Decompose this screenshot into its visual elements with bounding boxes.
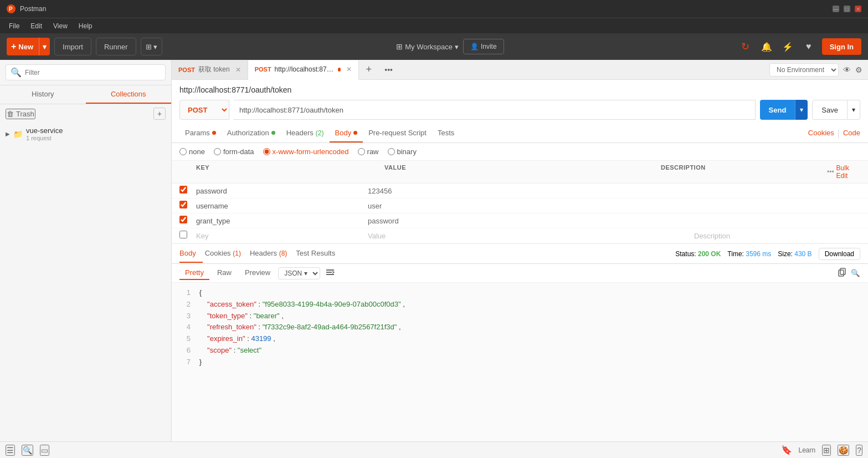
time-value: 3596 ms [746,250,771,258]
resp-body-tab-pretty[interactable]: Pretty [179,266,209,280]
tab-tests[interactable]: Tests [432,124,460,143]
svg-rect-4 [326,274,334,275]
learn-link[interactable]: Learn [799,446,816,454]
url-input[interactable] [234,100,756,120]
menu-file[interactable]: File [4,21,24,31]
row-value: 123456 [368,187,694,195]
more-tabs-button[interactable]: ••• [379,65,399,74]
close-button[interactable]: ✕ [855,6,861,12]
resp-tab-body[interactable]: Body [179,245,203,263]
minimize-button[interactable]: — [833,6,839,12]
new-button[interactable]: + New ▾ [7,38,50,55]
collection-name: vue-service [26,126,63,135]
send-button[interactable]: Send [760,100,795,120]
tab-collections[interactable]: Collections [86,85,172,104]
copy-button[interactable] [838,268,846,278]
method-select[interactable]: POST [179,100,229,120]
radio-none[interactable]: none [179,147,205,156]
close-icon[interactable]: ✕ [235,66,241,74]
row-checkbox[interactable] [179,201,187,208]
toolbar: + New ▾ Import Runner ⊞ ▾ ⊞ My Workspace… [0,33,868,60]
list-item[interactable]: ▶ 📁 vue-service 1 request [0,123,171,145]
format-select[interactable]: JSON ▾ [278,267,320,279]
menubar: File Edit View Help [0,18,868,33]
notifications-button[interactable]: 🔔 [759,39,774,54]
row-checkbox[interactable] [179,186,187,194]
tab-active[interactable]: POST http://localhost:8771/oauth/tok ✕ [248,60,359,80]
resp-tab-cookies[interactable]: Cookies (1) [205,245,248,263]
search-input-wrap: 🔍 [6,64,166,80]
params-table: KEY VALUE DESCRIPTION ••• Bulk Edit pass… [172,160,868,243]
radio-urlencoded[interactable]: x-www-form-urlencoded [263,147,349,156]
response-body-content: 1 { 2 "access_token" : "f95e8033-4199-4b… [172,283,868,441]
import-button[interactable]: Import [54,38,91,55]
close-icon[interactable]: ✕ [346,65,352,73]
sidebar-tabs: History Collections [0,85,171,104]
row-checkbox[interactable] [179,216,187,223]
menu-view[interactable]: View [49,21,72,31]
search-input[interactable] [25,69,161,77]
tab-authorization[interactable]: Authorization [222,124,281,143]
tab-inactive[interactable]: POST 获取 token ✕ [172,60,248,79]
environment-select[interactable]: No Environment [769,63,839,77]
tabs-right: No Environment 👁 ⚙ [769,63,868,77]
save-button[interactable]: Save [812,100,848,120]
layout-button[interactable]: ⊞ [822,445,831,456]
send-dropdown-button[interactable]: ▾ [795,100,808,120]
add-folder-button[interactable]: + [153,108,166,120]
bulk-edit-button[interactable]: ••• Bulk Edit [827,164,860,180]
resp-tab-headers[interactable]: Headers (8) [250,245,294,263]
svg-rect-2 [326,269,334,271]
heart-button[interactable]: ♥ [801,39,816,54]
radio-form-data[interactable]: form-data [214,147,254,156]
tab-history[interactable]: History [0,85,86,104]
console-button[interactable]: ▭ [40,445,49,456]
add-tab-button[interactable]: + [359,64,379,75]
row-description-placeholder[interactable]: Description [694,232,860,240]
tab-headers[interactable]: Headers (2) [281,124,330,143]
tab-body[interactable]: Body [330,124,363,143]
menu-help[interactable]: Help [74,21,97,31]
resp-body-tab-preview[interactable]: Preview [239,266,276,280]
search-bottom-button[interactable]: 🔍 [22,445,33,456]
eye-icon[interactable]: 👁 [843,65,851,74]
method-label: POST [178,67,195,73]
trash-button[interactable]: 🗑 Trash [6,109,35,119]
invite-button[interactable]: 👤 Invite [463,39,504,54]
cookies-link[interactable]: Cookies [808,129,834,139]
radio-binary[interactable]: binary [388,147,417,156]
resp-tab-test-results[interactable]: Test Results [296,245,342,263]
toolbar-right: ↻ 🔔 ⚡ ♥ Sign In [738,38,861,55]
settings-icon[interactable]: ⚙ [855,65,862,74]
search-response-button[interactable]: 🔍 [851,268,860,278]
sidebar-search: 🔍 [0,60,171,85]
save-dropdown-button[interactable]: ▾ [848,100,860,120]
help-button[interactable]: ? [856,445,862,456]
download-button[interactable]: Download [819,248,860,260]
alerts-button[interactable]: ⚡ [780,39,795,54]
request-bar: POST Send ▾ Save ▾ [179,100,860,120]
cookie-button[interactable]: 🍪 [838,445,849,456]
menu-edit[interactable]: Edit [26,21,47,31]
row-checkbox[interactable] [179,231,187,238]
workspace-button[interactable]: ⊞ My Workspace ▾ [396,42,459,51]
svg-rect-6 [839,270,844,276]
tab-title: 获取 token [198,65,230,74]
sign-in-button[interactable]: Sign In [822,38,861,55]
row-value-placeholder[interactable]: Value [368,232,694,240]
tab-params[interactable]: Params [179,124,222,143]
maximize-button[interactable]: □ [844,6,850,12]
runner-button[interactable]: Runner [96,38,136,55]
resp-body-tab-raw[interactable]: Raw [212,266,237,280]
code-link[interactable]: Code [843,129,860,139]
row-key-placeholder[interactable]: Key [196,232,368,240]
table-row: Key Value Description [172,228,868,243]
wrap-button[interactable] [322,267,338,279]
builder-button[interactable]: ⊞ ▾ [141,38,163,55]
tab-pre-request[interactable]: Pre-request Script [363,124,432,143]
sidebar-toggle-button[interactable]: ☰ [6,445,15,456]
radio-raw[interactable]: raw [358,147,379,156]
save-button-wrap: Save ▾ [812,100,860,120]
sync-button[interactable]: ↻ [738,39,753,54]
app-title: Postman [20,5,46,13]
